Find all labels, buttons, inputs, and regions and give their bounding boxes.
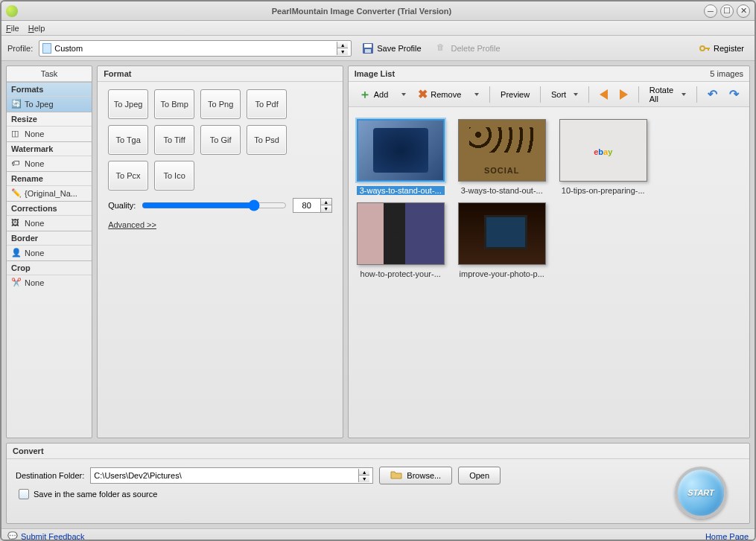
- menu-bar: File Help: [1, 21, 755, 36]
- task-section-corrections[interactable]: Corrections 🖼None: [7, 201, 92, 231]
- advanced-link[interactable]: Advanced >>: [108, 220, 332, 229]
- task-header: Formats: [7, 83, 92, 97]
- quality-input[interactable]: [293, 199, 320, 212]
- remove-dropdown[interactable]: [468, 86, 483, 103]
- format-button-to-tga[interactable]: To Tga: [108, 125, 148, 155]
- format-button-to-pdf[interactable]: To Pdf: [247, 89, 287, 119]
- destination-input[interactable]: C:\Users\Dev2\Pictures\ ▲▼: [90, 467, 373, 484]
- rotate-all-button[interactable]: Rotate All: [645, 86, 691, 103]
- format-button-to-png[interactable]: To Png: [200, 89, 241, 119]
- format-button-to-bmp[interactable]: To Bmp: [154, 89, 194, 119]
- format-button-to-psd[interactable]: To Psd: [247, 125, 287, 155]
- task-value: ◫None: [7, 127, 92, 141]
- task-icon: 🏷: [11, 159, 22, 169]
- close-button[interactable]: ✕: [737, 4, 750, 18]
- task-icon: ◫: [11, 129, 22, 139]
- format-button-to-tiff[interactable]: To Tiff: [154, 125, 194, 155]
- rotate-right-button[interactable]: ↷: [725, 86, 743, 103]
- task-icon: 🖼: [11, 218, 22, 228]
- thumbnail[interactable]: improve-your-photo-p...: [457, 202, 547, 278]
- sort-button[interactable]: Sort: [547, 86, 582, 103]
- document-icon: [42, 43, 51, 54]
- status-bar: 💬Submit Feedback Home Page: [1, 528, 755, 541]
- thumbnail[interactable]: 3-ways-to-stand-out-...: [356, 119, 445, 195]
- open-button[interactable]: Open: [458, 467, 501, 484]
- profile-select[interactable]: Custom ▲▼: [39, 40, 352, 57]
- add-button[interactable]: ＋Add: [355, 86, 393, 103]
- convert-panel: Convert Destination Folder: C:\Users\Dev…: [6, 443, 750, 524]
- task-section-crop[interactable]: Crop ✂️None: [7, 260, 92, 290]
- plus-icon: ＋: [359, 89, 371, 100]
- minimize-button[interactable]: ─: [704, 4, 717, 18]
- rotate-left-button[interactable]: ↶: [703, 86, 722, 103]
- image-list-title: Image List: [355, 69, 395, 78]
- quality-label: Quality:: [108, 201, 136, 210]
- browse-button[interactable]: Browse...: [379, 467, 452, 484]
- thumbnail-label: 3-ways-to-stand-out-...: [357, 186, 445, 195]
- quality-slider[interactable]: [142, 199, 286, 211]
- chevron-down-icon: [401, 93, 406, 96]
- task-section-watermark[interactable]: Watermark 🏷None: [7, 141, 92, 171]
- register-label: Register: [714, 44, 744, 53]
- dest-down[interactable]: ▼: [359, 476, 369, 482]
- x-icon: ✖: [418, 89, 428, 100]
- task-header: Corrections: [7, 202, 92, 216]
- open-label: Open: [469, 471, 489, 480]
- register-button[interactable]: Register: [694, 40, 749, 57]
- thumbnail[interactable]: 3-ways-to-stand-out-...: [457, 119, 547, 195]
- same-folder-checkbox[interactable]: [19, 489, 29, 499]
- menu-help[interactable]: Help: [28, 24, 45, 33]
- remove-button[interactable]: ✖Remove: [413, 86, 466, 103]
- task-header: Watermark: [7, 142, 92, 156]
- quality-down[interactable]: ▼: [321, 205, 331, 212]
- task-section-rename[interactable]: Rename ✏️{Original_Na...: [7, 171, 92, 201]
- thumbnail-image: [458, 119, 546, 182]
- profile-down[interactable]: ▼: [337, 48, 348, 55]
- preview-label: Preview: [501, 90, 530, 99]
- format-button-to-jpeg[interactable]: To Jpeg: [108, 89, 148, 119]
- maximize-button[interactable]: ☐: [720, 4, 734, 18]
- home-page-link[interactable]: Home Page: [705, 532, 749, 541]
- svg-rect-1: [364, 44, 372, 48]
- image-count: 5 images: [710, 69, 743, 78]
- format-button-to-ico[interactable]: To Ico: [154, 161, 194, 191]
- task-value: ✂️None: [7, 275, 92, 290]
- prev-image-button[interactable]: [595, 86, 612, 103]
- save-profile-label: Save Profile: [377, 44, 421, 53]
- app-icon: [6, 5, 18, 17]
- add-label: Add: [374, 90, 389, 99]
- task-section-resize[interactable]: Resize ◫None: [7, 112, 92, 141]
- task-value: ✏️{Original_Na...: [7, 186, 92, 201]
- arrow-left-icon: [600, 89, 608, 100]
- destination-value: C:\Users\Dev2\Pictures\: [94, 471, 181, 480]
- menu-file[interactable]: File: [6, 24, 19, 33]
- thumbnail-image: [458, 202, 546, 265]
- preview-button[interactable]: Preview: [496, 86, 534, 103]
- next-image-button[interactable]: [615, 86, 632, 103]
- thumbnail-image: [357, 119, 445, 182]
- thumbnail-label: improve-your-photo-p...: [458, 269, 546, 278]
- task-value: 👤None: [7, 246, 92, 260]
- arrow-right-icon: [620, 89, 628, 100]
- thumbnail[interactable]: ebay 10-tips-on-preparing-...: [559, 119, 648, 195]
- thumbnail-label: how-to-protect-your-...: [357, 269, 445, 278]
- format-button-to-pcx[interactable]: To Pcx: [108, 161, 148, 191]
- save-icon: [362, 42, 374, 54]
- quality-up[interactable]: ▲: [321, 199, 331, 205]
- task-icon: 👤: [11, 248, 22, 258]
- task-section-formats[interactable]: Formats 🔄To Jpeg: [7, 82, 92, 112]
- thumbnail[interactable]: how-to-protect-your-...: [356, 202, 445, 278]
- thumbnail-grid: 3-ways-to-stand-out-... 3-ways-to-stand-…: [356, 119, 742, 278]
- task-section-border[interactable]: Border 👤None: [7, 231, 92, 260]
- destination-label: Destination Folder:: [16, 471, 84, 480]
- profile-label: Profile:: [7, 44, 33, 53]
- start-button[interactable]: START: [675, 467, 727, 519]
- add-dropdown[interactable]: [396, 86, 410, 103]
- save-profile-button[interactable]: Save Profile: [358, 40, 425, 57]
- format-button-to-gif[interactable]: To Gif: [200, 125, 241, 155]
- dest-up[interactable]: ▲: [359, 469, 369, 476]
- chevron-down-icon: [474, 93, 479, 96]
- profile-up[interactable]: ▲: [337, 42, 348, 48]
- submit-feedback-link[interactable]: 💬Submit Feedback: [7, 531, 85, 542]
- title-bar: PearlMountain Image Converter (Trial Ver…: [1, 1, 755, 21]
